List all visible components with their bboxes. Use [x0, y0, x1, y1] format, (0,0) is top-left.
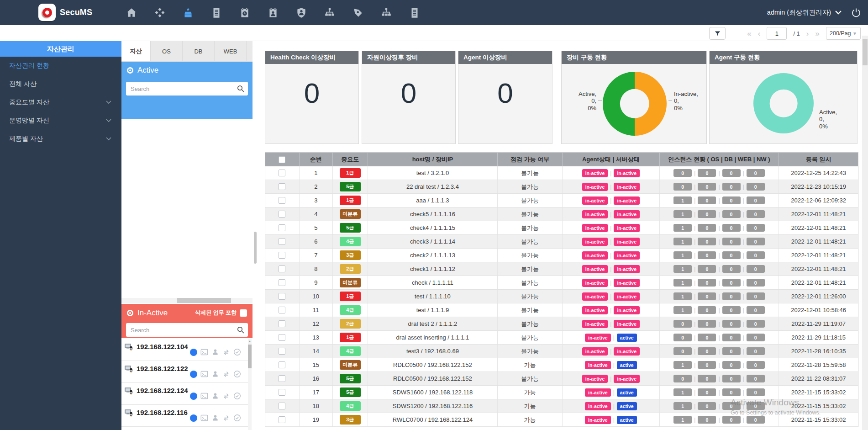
inactive-host-item[interactable]: 192.168.122.116: [121, 405, 248, 427]
terminal-icon[interactable]: [200, 348, 208, 356]
row-checkbox[interactable]: [279, 403, 285, 409]
page-input[interactable]: [767, 27, 787, 40]
sidebar-item-assets-by-network[interactable]: 운영망별 자산: [0, 111, 121, 130]
tab-web[interactable]: WEB: [215, 41, 247, 61]
status-dot-icon[interactable]: [190, 371, 197, 378]
inactive-host-item[interactable]: 192.168.122.124: [121, 383, 248, 405]
home-icon[interactable]: [125, 6, 138, 19]
check-circle-icon[interactable]: [233, 348, 241, 356]
terminal-icon[interactable]: [200, 392, 208, 400]
row-checkbox[interactable]: [279, 361, 285, 368]
swap-arrows-icon[interactable]: [222, 414, 230, 422]
page-scrollbar-thumb[interactable]: [863, 39, 868, 65]
log-document-icon[interactable]: [408, 6, 421, 19]
status-dot-icon[interactable]: [190, 349, 197, 356]
check-circle-icon[interactable]: [233, 414, 241, 422]
row-checkbox[interactable]: [279, 293, 285, 300]
row-checkbox[interactable]: [279, 224, 285, 231]
inactive-host-item[interactable]: 192.168.122.104: [121, 339, 248, 361]
table-row[interactable]: 15미분류RDLC0500 / 192.168.122.152가능in-acti…: [265, 358, 858, 372]
table-row[interactable]: 165급RDLC0500 / 192.168.122.152불가능in-acti…: [265, 372, 858, 386]
search-icon[interactable]: [237, 326, 244, 334]
terminal-icon[interactable]: [200, 414, 208, 422]
row-checkbox[interactable]: [279, 183, 285, 190]
schedule-clock-icon[interactable]: [238, 6, 251, 19]
check-circle-icon[interactable]: [233, 392, 241, 400]
row-checkbox[interactable]: [279, 389, 285, 396]
select-all-checkbox[interactable]: [279, 156, 285, 163]
table-row[interactable]: 144급test3 / 192.168.0.69불가능in-active|in-…: [265, 345, 858, 358]
tab-asset[interactable]: 자산: [121, 41, 151, 61]
list-scrollbar-thumb[interactable]: [248, 345, 252, 368]
topology-map-icon[interactable]: [380, 6, 393, 19]
swap-arrows-icon[interactable]: [222, 392, 230, 400]
table-row[interactable]: 4미분류check5 / 1.1.1.16불가능in-active|in-act…: [265, 207, 858, 221]
policy-tag-icon[interactable]: [352, 6, 364, 19]
filter-button[interactable]: [709, 27, 726, 40]
row-checkbox[interactable]: [279, 375, 285, 382]
network-topology-icon[interactable]: [323, 6, 336, 19]
report-list-icon[interactable]: [210, 6, 223, 19]
include-deleted-checkbox[interactable]: [240, 309, 247, 317]
table-row[interactable]: 55급check4 / 1.1.1.15불가능in-active|in-acti…: [265, 221, 858, 235]
user-icon[interactable]: [211, 348, 219, 356]
terminal-icon[interactable]: [200, 370, 208, 378]
page-size-select[interactable]: 200/Pag ▼: [826, 27, 861, 40]
sidebar-item-asset-status[interactable]: 자산관리 현황: [0, 57, 121, 75]
row-checkbox[interactable]: [279, 334, 285, 341]
asset-server-icon[interactable]: [182, 6, 195, 19]
search-icon[interactable]: [237, 85, 244, 92]
swap-arrows-icon[interactable]: [222, 348, 230, 356]
table-row[interactable]: 31급aaa / 1.1.1.3불가능in-active|in-active1|…: [265, 194, 858, 207]
table-row[interactable]: 122급dral test 2 / 1.1.1.2불가능in-active|in…: [265, 317, 858, 331]
table-row[interactable]: 184급SDWS1200 / 192.168.122.116가능in-activ…: [265, 399, 858, 413]
user-icon[interactable]: [211, 370, 219, 378]
inactive-search-input[interactable]: [126, 323, 248, 337]
table-row[interactable]: 175급SDWS1600 / 192.168.122.118가능in-activ…: [265, 386, 858, 399]
row-checkbox[interactable]: [279, 170, 285, 176]
security-shield-icon[interactable]: [295, 6, 308, 19]
row-checkbox[interactable]: [279, 279, 285, 286]
user-icon[interactable]: [211, 392, 219, 400]
sidebar-item-assets-by-importance[interactable]: 중요도별 자산: [0, 93, 121, 111]
user-icon[interactable]: [211, 414, 219, 422]
modules-icon[interactable]: [153, 6, 166, 19]
table-row[interactable]: 25급22 dral test / 1.2.3.4불가능in-active|in…: [265, 180, 858, 194]
inactive-host-item[interactable]: 192.168.122.122: [121, 361, 248, 383]
tab-os[interactable]: OS: [151, 41, 183, 61]
last-page-icon[interactable]: »: [815, 30, 820, 37]
table-row[interactable]: 193급RWLC0700 / 192.168.122.124가능in-activ…: [265, 413, 858, 427]
power-icon[interactable]: [851, 7, 862, 18]
table-row[interactable]: 73급check2 / 1.1.1.13불가능in-active|in-acti…: [265, 249, 858, 262]
row-checkbox[interactable]: [279, 252, 285, 259]
active-search-input[interactable]: [126, 82, 248, 96]
check-circle-icon[interactable]: [233, 370, 241, 378]
table-row[interactable]: 64급check3 / 1.1.1.14불가능in-active|in-acti…: [265, 235, 858, 249]
row-checkbox[interactable]: [279, 238, 285, 245]
first-page-icon[interactable]: «: [747, 30, 751, 37]
row-checkbox[interactable]: [279, 348, 285, 355]
sidebar-item-assets-by-product[interactable]: 제품별 자산: [0, 130, 121, 148]
scroll-up-icon[interactable]: ▲: [248, 339, 252, 344]
row-checkbox[interactable]: [279, 265, 285, 272]
table-row[interactable]: 114급test / 1.1.1.9불가능in-active|in-active…: [265, 303, 858, 317]
table-row[interactable]: 11급test / 3.2.1.0불가능in-active|in-active0…: [265, 166, 858, 180]
row-checkbox[interactable]: [279, 416, 285, 423]
table-row[interactable]: 9미분류check / 1.1.1.11불가능in-active|in-acti…: [265, 276, 858, 290]
user-menu[interactable]: admin (최상위관리자): [767, 8, 842, 17]
status-dot-icon[interactable]: [190, 414, 197, 422]
prev-page-icon[interactable]: ‹: [758, 30, 761, 37]
status-dot-icon[interactable]: [190, 393, 197, 400]
table-row[interactable]: 131급dral asset inserting / 1.1.1.1불가능in-…: [265, 331, 858, 345]
h-scrollbar-thumb[interactable]: [177, 298, 231, 303]
panel-scrollbar-thumb[interactable]: [254, 232, 257, 264]
schedule-user-icon[interactable]: [267, 6, 279, 19]
swap-arrows-icon[interactable]: [222, 370, 230, 378]
row-checkbox[interactable]: [279, 307, 285, 313]
table-row[interactable]: 101급test / 1.1.1.10불가능in-active|in-activ…: [265, 290, 858, 303]
row-checkbox[interactable]: [279, 211, 285, 218]
next-page-icon[interactable]: ›: [806, 30, 809, 37]
table-row[interactable]: 82급check1 / 1.1.1.12불가능in-active|in-acti…: [265, 262, 858, 276]
row-checkbox[interactable]: [279, 197, 285, 204]
row-checkbox[interactable]: [279, 320, 285, 327]
